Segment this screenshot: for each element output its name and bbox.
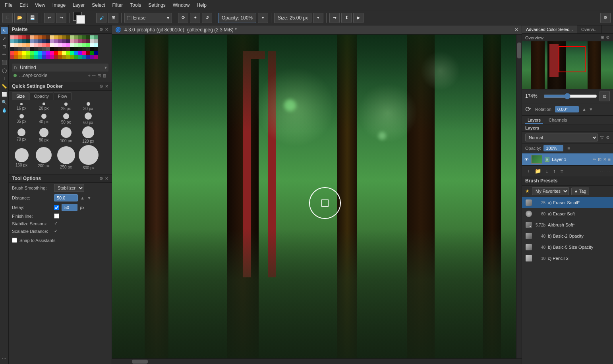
palette-cell[interactable] <box>46 35 50 39</box>
canvas-vscroll[interactable] <box>516 35 522 358</box>
palette-cell[interactable] <box>90 39 94 43</box>
distance-spinner-up[interactable]: ▲ <box>80 196 85 200</box>
size-button[interactable]: Size: 25.00 px <box>274 13 311 23</box>
palette-cell[interactable] <box>70 35 74 39</box>
settings-btn[interactable]: ⚙ <box>600 13 611 23</box>
palette-cell[interactable] <box>90 55 94 59</box>
palette-cell[interactable] <box>58 47 62 51</box>
distance-spinner-down[interactable]: ▼ <box>87 196 91 200</box>
palette-cell[interactable] <box>54 43 58 47</box>
palette-cell[interactable] <box>26 43 30 47</box>
palette-cell[interactable] <box>22 43 26 47</box>
palette-cell[interactable] <box>30 51 34 55</box>
palette-cell[interactable] <box>82 55 86 59</box>
brush-size-item[interactable]: 60 px <box>79 112 98 125</box>
layer-edit-icon[interactable]: ✏ <box>593 157 596 162</box>
palette-cell[interactable] <box>50 39 54 43</box>
palette-cell[interactable] <box>62 51 66 55</box>
hscroll-thumb[interactable] <box>132 360 148 364</box>
quick-settings-close-icon[interactable]: ✕ <box>105 84 108 89</box>
palette-cell[interactable] <box>10 55 14 59</box>
tool-gradient[interactable]: ⬜ <box>1 91 8 98</box>
mirror-h-btn[interactable]: ⬌ <box>329 13 340 23</box>
tab-advanced-color[interactable]: Advanced Color Selec... <box>522 25 577 33</box>
opacity-down-btn[interactable]: ▾ <box>258 13 268 23</box>
palette-cell[interactable] <box>34 55 38 59</box>
user-add-icon[interactable]: + <box>88 73 91 78</box>
tool-zoom[interactable]: 🔍 <box>1 99 8 106</box>
palette-cell[interactable] <box>14 55 18 59</box>
palette-cell[interactable] <box>94 55 98 59</box>
favorites-select[interactable]: My Favorites <box>532 187 569 195</box>
layer-opacity-value[interactable]: 100% <box>543 145 563 151</box>
brush-size-item[interactable]: 50 px <box>56 113 75 124</box>
palette-cell[interactable] <box>18 47 22 51</box>
palette-cell[interactable] <box>54 51 58 55</box>
brush-size-item[interactable]: 70 px <box>12 128 31 141</box>
menu-view[interactable]: View <box>32 2 48 9</box>
palette-cell[interactable] <box>58 35 62 39</box>
brush-size-item[interactable]: 35 px <box>12 114 31 124</box>
palette-cell[interactable] <box>90 51 94 55</box>
new-button[interactable]: ☐ <box>2 13 13 23</box>
zoom-fit-btn[interactable]: ⊡ <box>599 91 610 101</box>
palette-cell[interactable] <box>58 51 62 55</box>
overview-expand-icon[interactable]: ⊞ <box>601 35 604 40</box>
palette-cell[interactable] <box>26 47 30 51</box>
palette-cell[interactable] <box>74 51 78 55</box>
tab-flow[interactable]: Flow <box>54 92 72 100</box>
palette-cell[interactable] <box>66 47 70 51</box>
layer-opacity-settings[interactable]: ≡ <box>567 146 570 151</box>
erase-options-btn[interactable]: ✦ <box>190 13 200 23</box>
palette-cell[interactable] <box>34 43 38 47</box>
background-color[interactable] <box>76 15 85 24</box>
brush-size-item[interactable]: 100 px <box>56 127 75 143</box>
palette-cell[interactable] <box>30 55 34 59</box>
palette-cell[interactable] <box>70 51 74 55</box>
layer-delete-icon[interactable]: ✕ <box>603 157 607 162</box>
palette-cell[interactable] <box>38 47 42 51</box>
rotation-spinner-down[interactable]: ▼ <box>589 107 593 112</box>
tool-options-close-icon[interactable]: ✕ <box>105 176 108 181</box>
menu-file[interactable]: File <box>2 2 15 9</box>
palette-cell[interactable] <box>58 43 62 47</box>
finish-line-checkbox[interactable] <box>54 213 59 219</box>
tool-measure[interactable]: 📏 <box>1 83 8 90</box>
palette-cell[interactable] <box>54 39 58 43</box>
palette-cell[interactable] <box>66 35 70 39</box>
menu-tools[interactable]: Tools <box>127 2 144 9</box>
canvas-hscroll[interactable] <box>112 358 522 364</box>
palette-cell[interactable] <box>34 51 38 55</box>
palette-cell[interactable] <box>46 43 50 47</box>
palette-cell[interactable] <box>42 39 46 43</box>
palette-cell[interactable] <box>66 55 70 59</box>
palette-cell[interactable] <box>62 43 66 47</box>
layer-add-btn[interactable]: + <box>525 167 532 175</box>
palette-cell[interactable] <box>54 47 58 51</box>
palette-cell[interactable] <box>82 51 86 55</box>
palette-cell[interactable] <box>46 47 50 51</box>
palette-cell[interactable] <box>94 47 98 51</box>
palette-cell[interactable] <box>86 43 90 47</box>
palette-cell[interactable] <box>10 35 14 39</box>
palette-cell[interactable] <box>18 43 22 47</box>
wrap-btn[interactable]: ▶ <box>353 13 364 23</box>
menu-image[interactable]: Image <box>49 2 69 9</box>
palette-cell[interactable] <box>38 39 42 43</box>
palette-cell[interactable] <box>50 55 54 59</box>
palette-cell[interactable] <box>18 51 22 55</box>
grid-button[interactable]: ⊞ <box>108 13 118 23</box>
tab-channels[interactable]: Channels <box>546 117 569 124</box>
palette-cell[interactable] <box>38 43 42 47</box>
palette-cell[interactable] <box>50 47 54 51</box>
brush-preset-airbrush-soft[interactable]: 5.72b Airbrush Soft* <box>522 219 613 230</box>
palette-cell[interactable] <box>38 35 42 39</box>
palette-cell[interactable] <box>78 47 82 51</box>
palette-cell[interactable] <box>58 39 62 43</box>
palette-cell[interactable] <box>18 35 22 39</box>
tool-eyedropper[interactable]: 💧 <box>1 106 8 114</box>
palette-cell[interactable] <box>42 43 46 47</box>
palette-cell[interactable] <box>46 51 50 55</box>
palette-cell[interactable] <box>82 47 86 51</box>
tool-select[interactable]: ↖ <box>1 27 8 34</box>
